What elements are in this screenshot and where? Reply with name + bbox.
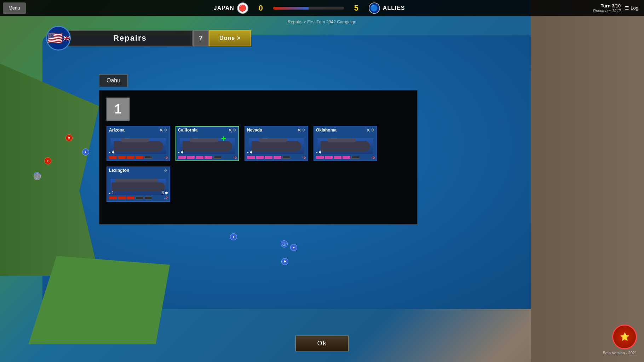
turn-date: December 1942: [593, 8, 621, 13]
map-unit-japan: ✦: [44, 157, 51, 164]
damage-pip: [127, 156, 134, 159]
ship-stat-left-california: ● 4: [178, 150, 183, 154]
repairs-flag-icon: 🇺🇸🇬🇧: [46, 26, 71, 51]
top-right-info: Turn 3/10 December 1942 ☰ Log: [593, 3, 644, 13]
damage-pip: [118, 197, 126, 199]
map-stone-panel: [531, 0, 644, 362]
ship-card-nevada[interactable]: Nevada✕✈● 4-5: [245, 126, 308, 161]
ship-silhouette-arizona: [111, 138, 166, 154]
japan-score: 0: [255, 4, 266, 13]
ship-silhouette-oklahoma: [318, 138, 373, 154]
allies-score: 5: [351, 4, 362, 13]
damage-pip: [178, 156, 186, 159]
damage-pip: [247, 156, 255, 159]
ship-card-california[interactable]: California✕✈● 4-5+: [176, 126, 239, 161]
map-unit-3: ⚓: [34, 173, 41, 180]
map-unit-japan-2: ⚑: [65, 134, 73, 141]
ship-name-arizona: Arizona: [109, 128, 125, 133]
ship-plane-icon: ✈: [233, 128, 237, 133]
ship-damage-bar-oklahoma: -5: [316, 156, 375, 159]
repairs-header: 🇺🇸🇬🇧 Repairs ? Done >: [46, 26, 251, 51]
damage-pip: [282, 156, 290, 159]
ship-card-oklahoma[interactable]: Oklahoma✕✈● 4-5: [314, 126, 377, 161]
ships-grid: Arizona✕✈● 4-5California✕✈● 4-5+Nevada✕✈…: [107, 126, 410, 202]
ship-card-lexington[interactable]: Lexington✈● 14 ⊕-2: [107, 167, 170, 202]
repairs-panel: 1 Arizona✕✈● 4-5California✕✈● 4-5+Nevada…: [99, 90, 418, 224]
done-button[interactable]: Done >: [209, 30, 251, 46]
ship-damage-bar-california: -5: [178, 156, 237, 159]
logo-text: Beta Version - 2021: [603, 351, 637, 355]
allies-faction: 🔵 ALLIES: [369, 2, 405, 14]
ship-damage-icon: ✕: [297, 127, 301, 133]
ship-damage-num-oklahoma: -5: [371, 155, 375, 159]
menu-button[interactable]: Menu: [3, 2, 26, 14]
ship-damage-icon: ✕: [228, 127, 232, 133]
map-unit-ally: ✦: [82, 148, 89, 156]
ok-button[interactable]: Ok: [295, 335, 349, 351]
damage-pip: [205, 156, 212, 159]
japan-label: JAPAN: [214, 5, 234, 11]
damage-pip: [136, 156, 143, 159]
damage-pip: [109, 197, 117, 199]
ship-plane-icon: ✈: [371, 128, 375, 133]
ship-name-nevada: Nevada: [247, 128, 262, 133]
top-bar: Menu JAPAN 🔴 0 5 🔵 ALLIES Turn 3/10 Dece…: [0, 0, 644, 16]
location-tab: Oahu: [99, 74, 128, 87]
ship-plane-icon: ✈: [302, 128, 306, 133]
log-button[interactable]: ☰ Log: [625, 5, 638, 11]
allies-label: ALLIES: [383, 5, 405, 11]
ship-stat-left-nevada: ● 4: [247, 150, 252, 154]
ship-damage-bar-lexington: -2: [109, 196, 168, 200]
ship-card-arizona[interactable]: Arizona✕✈● 4-5: [107, 126, 170, 161]
repair-counter-value: 1: [114, 102, 121, 117]
repairs-title-bar: Repairs: [67, 30, 193, 46]
ship-damage-num-california: -5: [233, 155, 237, 159]
ship-damage-icon: ✕: [159, 127, 163, 133]
damage-pip: [144, 156, 152, 159]
repairs-title: Repairs: [113, 34, 147, 43]
map-unit-ally-4: ⚓: [281, 240, 288, 247]
ship-silhouette-lexington: [111, 179, 166, 195]
damage-pip: [265, 156, 272, 159]
hamburger-icon: ☰: [625, 5, 629, 11]
damage-pip: [144, 197, 152, 199]
score-bar: [273, 7, 344, 10]
damage-pip: [213, 156, 221, 159]
ship-silhouette-california: [180, 138, 235, 154]
damage-pip: [343, 156, 350, 159]
allies-flag-icon: 🔵: [369, 2, 380, 14]
damage-pip: [196, 156, 203, 159]
damage-pip: [325, 156, 333, 159]
ship-plane-icon: ✈: [164, 168, 168, 173]
ship-name-california: California: [178, 128, 197, 133]
damage-pip: [187, 156, 195, 159]
ship-name-lexington: Lexington: [109, 168, 129, 173]
map-unit-ally-5: ✦: [290, 244, 297, 251]
damage-pip: [127, 197, 134, 199]
damage-pip: [109, 156, 117, 159]
log-label: Log: [631, 5, 638, 11]
damage-pip: [334, 156, 341, 159]
map-unit-ally-3: ✦: [230, 233, 237, 240]
ship-damage-bar-nevada: -5: [247, 156, 306, 159]
ship-damage-num-arizona: -5: [164, 155, 168, 159]
ship-stat-left-arizona: ● 4: [109, 150, 114, 154]
logo-area: ⭐ Beta Version - 2021: [603, 325, 637, 355]
map-unit-ally-6: ⚑: [281, 258, 288, 265]
breadcrumb: Repairs > First Turn 2942 Campaign: [288, 19, 356, 24]
breadcrumb-text: Repairs > First Turn 2942 Campaign: [288, 19, 356, 24]
ship-stat-left-oklahoma: ● 4: [316, 150, 321, 154]
ship-silhouette-nevada: [249, 138, 304, 154]
turn-number: Turn 3/10: [593, 3, 621, 8]
damage-pip: [118, 156, 126, 159]
damage-pip: [351, 156, 359, 159]
damage-pip: [136, 197, 143, 199]
turn-info: Turn 3/10 December 1942: [593, 3, 621, 13]
ship-damage-icon: ✕: [366, 127, 370, 133]
ship-name-oklahoma: Oklahoma: [316, 128, 337, 133]
damage-pip: [316, 156, 324, 159]
damage-pip: [256, 156, 264, 159]
help-button[interactable]: ?: [193, 30, 209, 46]
location-name: Oahu: [107, 77, 120, 83]
japan-flag-icon: 🔴: [237, 2, 248, 14]
